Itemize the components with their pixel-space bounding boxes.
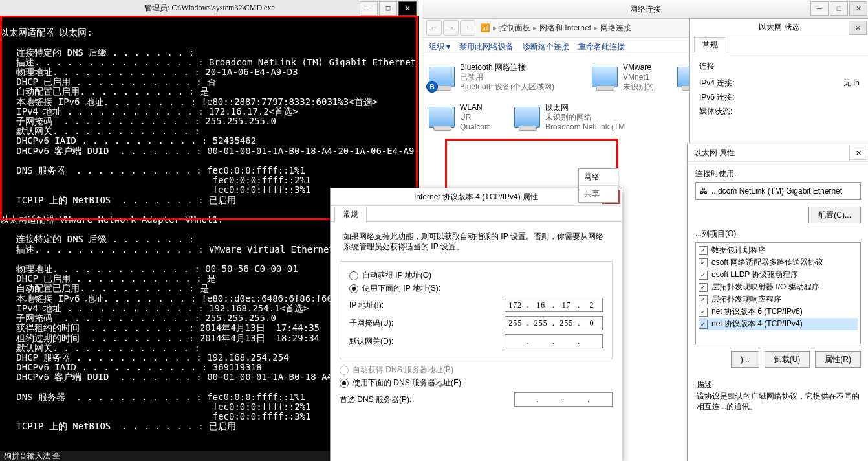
- cmd-title: 管理员: C:\Windows\system32\CMD.exe: [0, 0, 419, 16]
- tb-rename[interactable]: 重命名此连接: [578, 41, 625, 52]
- conn-ethernet[interactable]: 以太网未识别的网络Broadcom NetLink (TM: [512, 102, 650, 138]
- eth-tab-network[interactable]: 网络: [579, 169, 618, 186]
- bc-network-connections[interactable]: 网络连接: [600, 23, 631, 34]
- status-ipv4-label: IPv4 连接:: [699, 76, 735, 90]
- checkbox-icon[interactable]: ✓: [699, 295, 708, 304]
- gateway-label: 默认网关(D):: [349, 336, 446, 347]
- ethernet-properties-dialog: 以太网 属性 ✕ 连接时使用: 🖧 ...dcom NetLink (TM) G…: [687, 144, 868, 461]
- ethernet-status-dialog: 以太网 状态 ✕ 常规 连接 IPv4 连接:无 In IPv6 连接: 媒体状…: [689, 18, 868, 149]
- ipv4-intro: 如果网络支持此功能，则可以获取自动指派的 IP 设置。否则，你需要从网络系统管理…: [343, 231, 609, 252]
- checkbox-icon[interactable]: ✓: [699, 283, 708, 292]
- nc-maximize[interactable]: □: [830, 1, 848, 16]
- conn-wlan[interactable]: WLANURQualcom: [426, 102, 506, 138]
- prop-device-field: 🖧 ...dcom NetLink (TM) Gigabit Ethernet: [695, 182, 861, 200]
- list-item: ✓osoft LLDP 协议驱动程序: [699, 269, 858, 281]
- nav-back[interactable]: ←: [426, 20, 442, 36]
- mask-input[interactable]: 255. 255. 255. 0: [505, 316, 603, 330]
- prop-uninstall-button[interactable]: 卸载(U): [765, 351, 810, 368]
- list-item: ✓osoft 网络适配器多路传送器协议: [699, 256, 858, 269]
- status-close[interactable]: ✕: [849, 21, 867, 35]
- status-ipv6-label: IPv6 连接:: [699, 90, 735, 104]
- nc-close[interactable]: ✕: [849, 1, 867, 16]
- cmd-minimize[interactable]: ─: [360, 1, 378, 16]
- list-item: ✓层拓扑发现响应程序: [699, 293, 858, 306]
- prop-title: 以太网 属性: [694, 148, 735, 159]
- tb-organize[interactable]: 组织 ▾: [429, 41, 450, 52]
- cmd-maximize[interactable]: □: [379, 1, 397, 16]
- prop-config-button[interactable]: 配置(C)...: [808, 207, 861, 223]
- list-item: ✓层拓扑发现映射器 I/O 驱动程序: [699, 281, 858, 293]
- gateway-input[interactable]: . . .: [505, 334, 603, 348]
- status-section-conn: 连接: [699, 59, 860, 73]
- dns1-label: 首选 DNS 服务器(P):: [340, 394, 437, 405]
- bc-folder-icon: 📶: [481, 23, 490, 32]
- dns1-input[interactable]: ...: [514, 392, 613, 407]
- nic-small-icon: 🖧: [700, 186, 708, 196]
- status-title: 以太网 状态: [759, 22, 799, 33]
- mask-label: 子网掩码(U):: [349, 318, 446, 329]
- bc-control-panel[interactable]: 控制面板: [499, 23, 530, 34]
- ipv4-tab-general[interactable]: 常规: [334, 207, 367, 222]
- list-item: ✓net 协议版本 6 (TCP/IPv6): [699, 306, 858, 318]
- nc-minimize[interactable]: ─: [810, 1, 829, 16]
- bluetooth-icon: B: [426, 81, 438, 93]
- ip-input[interactable]: 172. 16. 17. 2: [505, 298, 603, 312]
- ipv4-ip-group: 自动获得 IP 地址(O) 使用下面的 IP 地址(S): IP 地址(I): …: [340, 261, 613, 359]
- ip-label: IP 地址(I):: [349, 300, 446, 311]
- nc-titlebar[interactable]: 网络连接 ─ □ ✕: [422, 0, 868, 19]
- checkbox-icon[interactable]: ✓: [699, 320, 708, 329]
- checkbox-icon[interactable]: ✓: [699, 308, 708, 317]
- prop-items-list[interactable]: ✓数据包计划程序 ✓osoft 网络适配器多路传送器协议 ✓osoft LLDP…: [695, 242, 861, 344]
- prop-install-button[interactable]: )...: [731, 351, 759, 368]
- prop-list-label: ...列项目(O):: [695, 229, 861, 240]
- status-media-label: 媒体状态:: [699, 104, 732, 118]
- checkbox-icon[interactable]: ✓: [699, 258, 708, 267]
- status-ipv4-value: 无 In: [843, 76, 860, 90]
- breadcrumb: 📶▸ 控制面板▸ 网络和 Internet▸ 网络连接: [481, 23, 631, 34]
- eth-tab-share[interactable]: 共享: [579, 186, 618, 202]
- ipv4-properties-dialog: Internet 协议版本 4 (TCP/IPv4) 属性 ✕ 常规 如果网络支…: [330, 188, 622, 461]
- conn-vmnet1[interactable]: VMwareVMnet1未识别的: [589, 62, 669, 98]
- prop-desc-hdr: 描述: [697, 379, 860, 390]
- radio-dns-manual[interactable]: 使用下面的 DNS 服务器地址(E):: [340, 377, 613, 388]
- tb-diagnose[interactable]: 诊断这个连接: [523, 41, 569, 52]
- nav-up[interactable]: ↑: [460, 20, 475, 36]
- list-item-selected: ✓net 协议版本 4 (TCP/IPv4): [699, 318, 858, 330]
- nc-title-text: 网络连接: [630, 0, 661, 18]
- bc-network-internet[interactable]: 网络和 Internet: [539, 23, 591, 34]
- eth-tab-popup: 网络 共享: [578, 168, 618, 203]
- cmd-close[interactable]: ✕: [398, 1, 417, 16]
- status-tab-general[interactable]: 常规: [694, 37, 726, 52]
- radio-ip-manual[interactable]: 使用下面的 IP 地址(S):: [349, 283, 603, 294]
- radio-ip-auto[interactable]: 自动获得 IP 地址(O): [349, 270, 603, 281]
- conn-bluetooth[interactable]: B Bluetooth 网络连接已禁用Bluetooth 设备(个人区域网): [426, 62, 584, 98]
- nav-forward[interactable]: →: [443, 20, 459, 36]
- prop-conn-using-label: 连接时使用:: [695, 168, 861, 179]
- radio-dns-auto: 自动获得 DNS 服务器地址(B): [340, 365, 613, 376]
- prop-properties-button[interactable]: 属性(R): [815, 351, 861, 368]
- checkbox-icon[interactable]: ✓: [699, 246, 708, 255]
- prop-close[interactable]: ✕: [849, 146, 867, 160]
- ime-bar: 狗拼音输入法 全:: [0, 451, 334, 461]
- checkbox-icon[interactable]: ✓: [699, 271, 708, 280]
- tb-disable[interactable]: 禁用此网络设备: [459, 41, 514, 52]
- nic-icon: [514, 107, 540, 128]
- nic-icon: [429, 107, 455, 128]
- ipv4-title: Internet 协议版本 4 (TCP/IPv4) 属性: [414, 192, 538, 203]
- list-item: ✓数据包计划程序: [699, 244, 858, 256]
- nic-icon: [592, 67, 618, 87]
- prop-desc: 该协议是默认的广域网络协议，它提供在不同的相互连...的通讯。: [697, 391, 860, 412]
